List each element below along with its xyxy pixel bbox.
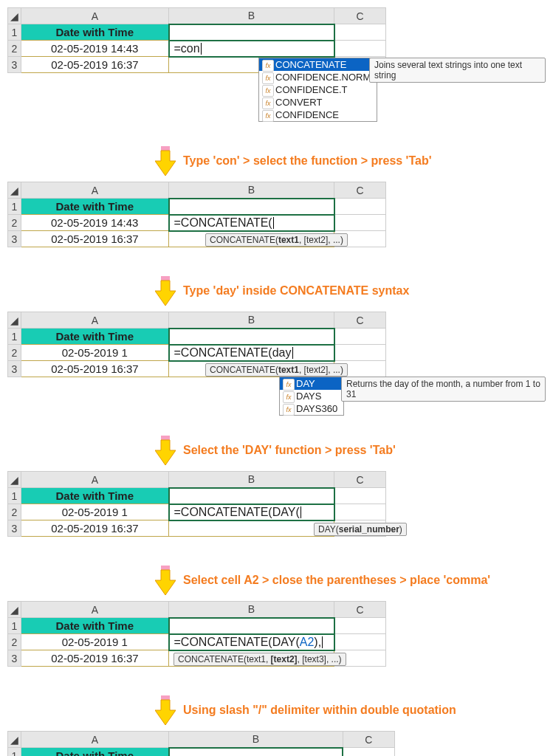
suggest-item[interactable]: fxDAYS360 xyxy=(280,402,343,415)
row-header-1[interactable]: 1 xyxy=(8,488,21,504)
cell-C1[interactable] xyxy=(334,329,386,345)
select-all[interactable]: ◢ xyxy=(8,312,21,329)
row-header-3[interactable]: 3 xyxy=(8,520,21,537)
syntax-tooltip[interactable]: CONCATENATE(text1, [text2], ...) xyxy=(205,233,348,247)
cell-B1[interactable] xyxy=(169,24,334,41)
cell-A1[interactable]: Date with Time xyxy=(21,618,169,634)
suggest-item[interactable]: fxCONFIDENCE.NORM xyxy=(259,71,377,83)
col-header-A[interactable]: A xyxy=(21,312,169,329)
formula-text: ), xyxy=(314,636,321,648)
cell-A1[interactable]: Date with Time xyxy=(21,488,169,504)
step-instruction: Type 'con' > select the function > press… xyxy=(183,154,431,168)
fx-icon: fx xyxy=(262,110,274,122)
row-header-1[interactable]: 1 xyxy=(8,329,21,345)
cell-C2[interactable] xyxy=(334,634,386,650)
col-header-C[interactable]: C xyxy=(334,312,386,329)
function-tooltip: Joins several text strings into one text… xyxy=(369,58,546,83)
row-header-3[interactable]: 3 xyxy=(8,361,21,377)
cell-A3[interactable]: 02-05-2019 16:37 xyxy=(21,57,169,73)
col-header-B[interactable]: B xyxy=(169,732,343,748)
col-header-A[interactable]: A xyxy=(21,732,169,748)
col-header-B[interactable]: B xyxy=(169,182,334,199)
cell-A2[interactable]: 02-05-2019 1 xyxy=(21,634,169,650)
cell-C1[interactable] xyxy=(334,618,386,634)
row-header-2[interactable]: 2 xyxy=(8,345,21,361)
col-header-C[interactable]: C xyxy=(334,8,386,24)
select-all[interactable]: ◢ xyxy=(8,602,21,618)
row-header-2[interactable]: 2 xyxy=(8,634,21,650)
cell-C1[interactable] xyxy=(334,488,386,504)
col-header-A[interactable]: A xyxy=(21,602,169,618)
cell-C2[interactable] xyxy=(334,504,386,520)
cell-B1[interactable] xyxy=(169,488,334,504)
syntax-tooltip[interactable]: DAY(serial_number) xyxy=(314,523,407,536)
col-header-B[interactable]: B xyxy=(169,8,334,24)
cell-B1[interactable] xyxy=(169,329,334,345)
col-header-C[interactable]: C xyxy=(334,182,386,199)
cell-C1[interactable] xyxy=(334,24,386,41)
syntax-tooltip[interactable]: CONCATENATE(text1, [text2], [text3], ...… xyxy=(174,653,346,666)
cell-A1[interactable]: Date with Time xyxy=(21,24,169,41)
row-header-3[interactable]: 3 xyxy=(8,650,21,667)
row-header-2[interactable]: 2 xyxy=(8,41,21,57)
select-all[interactable]: ◢ xyxy=(8,472,21,488)
select-all[interactable]: ◢ xyxy=(8,8,21,24)
cell-A2[interactable]: 02-05-2019 14:43 xyxy=(21,41,169,57)
cell-C2[interactable] xyxy=(334,215,386,231)
suggest-item[interactable]: fxCONCATENATE xyxy=(259,58,377,71)
cell-C2[interactable] xyxy=(334,41,386,57)
row-header-1[interactable]: 1 xyxy=(8,748,21,757)
cell-B3[interactable] xyxy=(169,520,334,537)
cell-A1[interactable]: Date with Time xyxy=(21,329,169,345)
cell-A1[interactable]: Date with Time xyxy=(21,748,169,757)
row-header-2[interactable]: 2 xyxy=(8,504,21,520)
cell-C1[interactable] xyxy=(334,199,386,215)
cell-B1[interactable] xyxy=(169,618,334,634)
cell-A3[interactable]: 02-05-2019 16:37 xyxy=(21,361,169,377)
col-header-B[interactable]: B xyxy=(169,312,334,329)
col-header-A[interactable]: A xyxy=(21,8,169,24)
cell-C2[interactable] xyxy=(334,345,386,361)
cell-A2[interactable]: 02-05-2019 1 xyxy=(21,345,169,361)
cell-A2[interactable]: 02-05-2019 14:43 xyxy=(21,215,169,231)
cell-A2[interactable]: 02-05-2019 1 xyxy=(21,504,169,520)
cell-A3[interactable]: 02-05-2019 16:37 xyxy=(21,520,169,537)
syntax-tooltip[interactable]: CONCATENATE(text1, [text2], ...) xyxy=(205,363,348,377)
select-all[interactable]: ◢ xyxy=(8,732,21,748)
cell-B2[interactable]: =CONCATENATE( xyxy=(169,215,334,231)
row-header-1[interactable]: 1 xyxy=(8,618,21,634)
col-header-A[interactable]: A xyxy=(21,182,169,199)
col-header-C[interactable]: C xyxy=(343,732,394,748)
cell-B2[interactable]: =CONCATENATE(day xyxy=(169,345,334,361)
col-header-C[interactable]: C xyxy=(334,472,386,488)
col-header-B[interactable]: B xyxy=(169,472,334,488)
select-all[interactable]: ◢ xyxy=(8,182,21,199)
col-header-C[interactable]: C xyxy=(334,602,386,618)
cell-C1[interactable] xyxy=(343,748,394,757)
formula-text: =CONCATENATE(DAY( xyxy=(174,636,300,648)
cell-A3[interactable]: 02-05-2019 16:37 xyxy=(21,231,169,247)
formula-suggest-dropdown[interactable]: fxDAY fxDAYS fxDAYS360 xyxy=(279,377,344,416)
cell-B2[interactable]: =con xyxy=(169,41,334,57)
col-header-B[interactable]: B xyxy=(169,602,334,618)
step-instruction: Using slash "/" delimiter within double … xyxy=(183,704,456,717)
formula-suggest-dropdown[interactable]: fxCONCATENATE fxCONFIDENCE.NORM fxCONFID… xyxy=(258,58,377,122)
suggest-item[interactable]: fxCONFIDENCE xyxy=(259,109,377,121)
cell-A1[interactable]: Date with Time xyxy=(21,199,169,215)
spreadsheet-grid[interactable]: ◢ A B C 1 Date with Time 2 02-05-2019 1 … xyxy=(7,731,395,756)
suggest-item[interactable]: fxDAY xyxy=(280,377,343,390)
cell-B1[interactable] xyxy=(169,748,343,757)
cell-B2[interactable]: =CONCATENATE(DAY( xyxy=(169,504,334,520)
row-header-3[interactable]: 3 xyxy=(8,231,21,247)
suggest-item[interactable]: fxCONFIDENCE.T xyxy=(259,83,377,96)
suggest-item[interactable]: fxDAYS xyxy=(280,390,343,402)
suggest-item[interactable]: fxCONVERT xyxy=(259,96,377,109)
row-header-1[interactable]: 1 xyxy=(8,199,21,215)
cell-A3[interactable]: 02-05-2019 16:37 xyxy=(21,650,169,667)
row-header-1[interactable]: 1 xyxy=(8,24,21,41)
cell-B2[interactable]: =CONCATENATE(DAY(A2), xyxy=(169,634,334,650)
col-header-A[interactable]: A xyxy=(21,472,169,488)
cell-B1[interactable] xyxy=(169,199,334,215)
row-header-3[interactable]: 3 xyxy=(8,57,21,73)
row-header-2[interactable]: 2 xyxy=(8,215,21,231)
